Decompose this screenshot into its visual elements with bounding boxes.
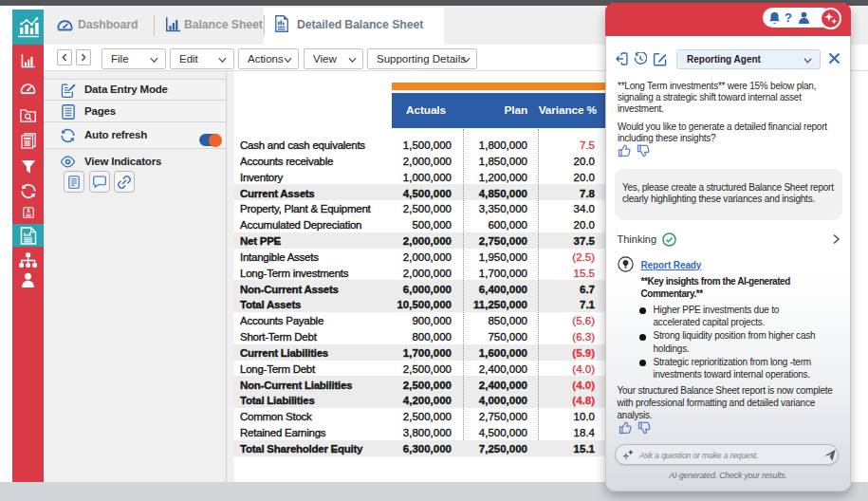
svg-text:$: $	[27, 208, 29, 213]
